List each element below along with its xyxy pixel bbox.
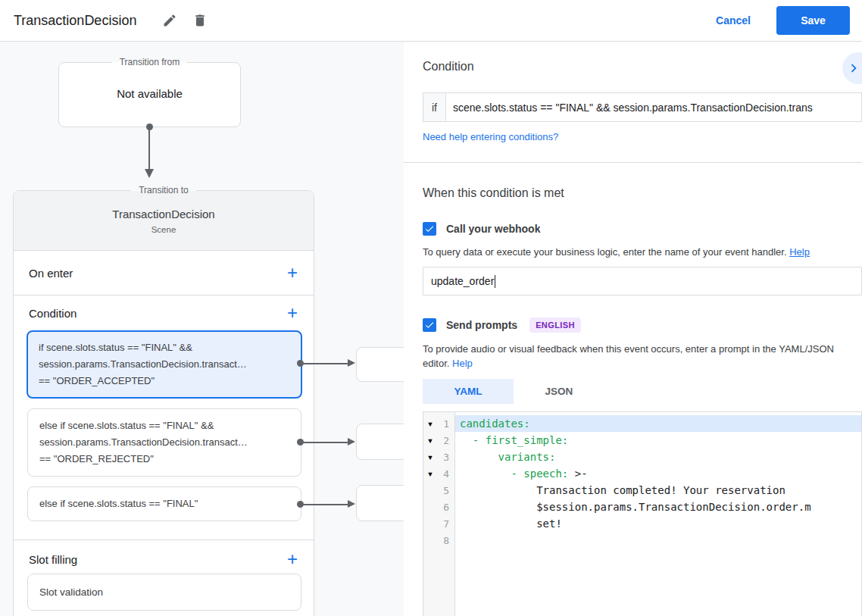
text-caret (495, 275, 495, 288)
line-number: 6 (437, 502, 454, 513)
transition-from-value: Not available (59, 87, 240, 100)
line-number: 4 (437, 468, 454, 480)
cancel-button[interactable]: Cancel (716, 14, 751, 27)
transition-target-box[interactable] (356, 424, 404, 460)
scene-subtitle: Scene (14, 225, 314, 234)
check-icon (424, 224, 435, 234)
transition-to-label: Transition to (131, 185, 196, 195)
delete-button[interactable] (192, 13, 208, 28)
code-line[interactable] (455, 532, 861, 549)
condition-section: Condition + if scene.slots.status == "FI… (14, 295, 314, 540)
transition-target-box[interactable] (356, 485, 404, 521)
slot-validation-item[interactable]: Slot validation (27, 574, 301, 611)
panel-condition-heading: Condition (423, 60, 862, 73)
arrowhead-right-icon (348, 438, 355, 446)
fold-chevron-down-icon[interactable]: ▾ (423, 417, 437, 430)
send-prompts-checkbox[interactable] (423, 318, 436, 332)
code-line[interactable]: candidates: (455, 415, 861, 432)
tab-json[interactable]: JSON (514, 379, 604, 404)
page-title: TransactionDecision (14, 13, 136, 29)
editor-gutter: ▾1▾2▾3▾45678 (423, 412, 455, 616)
fold-chevron-down-icon[interactable]: ▾ (423, 434, 437, 446)
arrowhead-right-icon (348, 359, 355, 367)
condition-item[interactable]: if scene.slots.status == "FINAL" &&sessi… (27, 330, 302, 399)
prompts-help-link[interactable]: Help (452, 358, 473, 369)
webhook-help-link[interactable]: Help (789, 246, 810, 258)
condition-help-link[interactable]: Need help entering conditions? (423, 131, 862, 142)
code-line[interactable]: - speech: >- (455, 465, 861, 482)
condition-section-label: Condition (29, 307, 77, 320)
collapse-panel-button[interactable] (842, 52, 862, 84)
when-met-heading: When this condition is met (423, 186, 862, 200)
condition-item[interactable]: else if scene.slots.status == "FINAL" &&… (27, 408, 301, 477)
save-button[interactable]: Save (776, 6, 850, 35)
fold-chevron-down-icon[interactable]: ▾ (423, 451, 437, 463)
fold-chevron-down-icon[interactable]: ▾ (423, 467, 437, 480)
webhook-description: To query data or execute your business l… (423, 245, 862, 259)
code-line[interactable]: - first_simple: (455, 432, 861, 449)
code-line[interactable]: $session.params.TransactionDecision.orde… (455, 499, 861, 515)
if-label: if (423, 92, 446, 122)
chevron-right-icon (845, 60, 862, 77)
condition-items: if scene.slots.status == "FINAL" &&sessi… (14, 330, 314, 521)
condition-editor-panel: Condition if scene.slots.status == "FINA… (404, 42, 862, 616)
condition-expression-input[interactable]: scene.slots.status == "FINAL" && session… (446, 92, 862, 122)
line-number: 1 (437, 418, 454, 430)
send-prompts-label: Send prompts (446, 319, 517, 331)
edit-icon (162, 13, 177, 28)
on-enter-label: On enter (29, 267, 73, 280)
on-enter-add-button[interactable]: + (283, 265, 301, 280)
connector-line (302, 504, 348, 505)
scene-card-header: TransactionDecision Scene (14, 191, 314, 251)
trash-icon (192, 13, 208, 28)
connector-line (302, 363, 348, 364)
slot-filling-label: Slot filling (29, 553, 77, 566)
on-enter-section: On enter + (14, 251, 314, 295)
condition-add-button[interactable]: + (283, 305, 301, 321)
top-bar: TransactionDecision Cancel Save (0, 0, 862, 42)
arrowhead-right-icon (348, 500, 355, 508)
transition-from-box: Transition from Not available (58, 57, 241, 127)
edit-button[interactable] (162, 13, 177, 28)
tab-yaml[interactable]: YAML (423, 379, 514, 404)
connector-line (148, 130, 150, 169)
condition-item[interactable]: else if scene.slots.status == "FINAL" (27, 486, 301, 521)
code-line[interactable]: Transaction completed! Your reservation (455, 482, 861, 499)
arrowhead-down-icon (145, 169, 154, 178)
transition-to-card: Transition to TransactionDecision Scene … (13, 185, 314, 616)
slot-filling-add-button[interactable]: + (283, 552, 301, 567)
line-number: 7 (437, 518, 454, 530)
code-line[interactable]: variants: (455, 449, 861, 465)
scene-diagram-canvas: Transition from Not available Transition… (0, 42, 404, 616)
webhook-checkbox[interactable] (423, 222, 436, 236)
webhook-label: Call your webhook (446, 223, 540, 235)
check-icon (424, 320, 435, 330)
line-number: 3 (437, 452, 454, 463)
transition-from-label: Transition from (112, 57, 188, 67)
line-number: 8 (437, 535, 454, 546)
editor-code[interactable]: candidates: - first_simple: variants: - … (455, 412, 861, 616)
line-number: 2 (437, 435, 454, 446)
webhook-handler-input[interactable]: update_order (423, 267, 862, 295)
code-line[interactable]: set! (455, 515, 861, 532)
yaml-editor[interactable]: ▾1▾2▾3▾45678 candidates: - first_simple:… (423, 411, 862, 616)
language-badge: ENGLISH (529, 317, 581, 333)
prompts-description: To provide audio or visual feedback when… (423, 342, 862, 371)
connector-line (302, 442, 348, 443)
line-number: 5 (437, 485, 454, 496)
scene-title: TransactionDecision (14, 208, 314, 220)
transition-target-box[interactable] (356, 347, 404, 382)
editor-tabs: YAML JSON (423, 379, 862, 404)
